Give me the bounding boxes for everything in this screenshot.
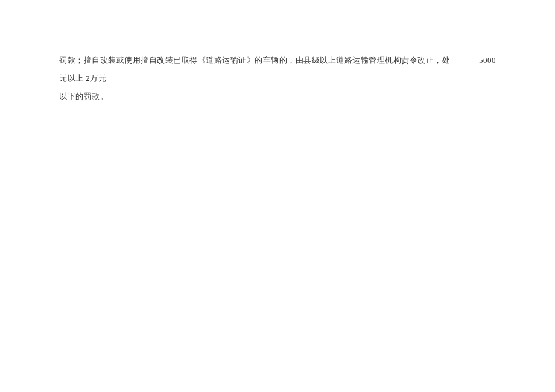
document-content: 罚款；擅自改装或使用擅自改装已取得《道路运输证》的车辆的，由县级以上道路运输管理… — [59, 51, 496, 106]
paragraph-text: 罚款；擅自改装或使用擅自改装已取得《道路运输证》的车辆的，由县级以上道路运输管理… — [59, 51, 496, 106]
text-line-2: 以下的罚款。 — [59, 87, 496, 106]
text-line-1: 罚款；擅自改装或使用擅自改装已取得《道路运输证》的车辆的，由县级以上道路运输管理… — [59, 51, 496, 87]
line1-main: 罚款；擅自改装或使用擅自改装已取得《道路运输证》的车辆的，由县级以上道路运输管理… — [59, 55, 450, 65]
